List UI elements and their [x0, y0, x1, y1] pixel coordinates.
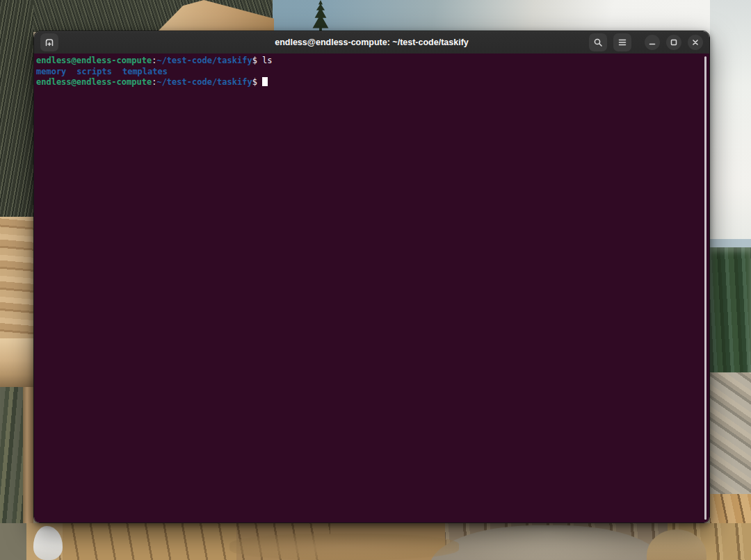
- prompt-symbol: $: [252, 77, 257, 87]
- terminal-line-prompt-current: endless@endless-compute:~/test-code/task…: [36, 77, 700, 88]
- maximize-icon: [669, 38, 679, 47]
- hamburger-menu-icon: [617, 37, 628, 48]
- ls-entry-memory: memory: [36, 67, 66, 76]
- prompt-path: ~/test-code/taskify: [156, 77, 252, 87]
- new-tab-button[interactable]: [40, 33, 58, 51]
- terminal-window: endless@endless-compute: ~/test-code/tas…: [33, 31, 710, 523]
- desktop: endless@endless-compute: ~/test-code/tas…: [0, 0, 751, 560]
- prompt-symbol: $: [252, 56, 257, 65]
- terminal-scrollbar[interactable]: [704, 56, 706, 520]
- wallpaper-dirt-patch: [229, 534, 459, 560]
- wallpaper-trees: [710, 247, 751, 372]
- minimize-button[interactable]: [645, 35, 660, 50]
- terminal-line-ls-output: memoryscriptstemplates: [36, 67, 700, 78]
- wallpaper-shingles-left: [0, 217, 33, 338]
- terminal-block-cursor: [262, 77, 268, 86]
- menu-button[interactable]: [613, 33, 631, 51]
- prompt-path: ~/test-code/taskify: [156, 56, 252, 65]
- search-button[interactable]: [589, 33, 607, 51]
- ls-entry-templates: templates: [122, 67, 168, 76]
- wallpaper-beam-left: [0, 338, 33, 387]
- window-titlebar[interactable]: endless@endless-compute: ~/test-code/tas…: [34, 31, 709, 53]
- close-icon: [691, 38, 700, 47]
- command-text: ls: [262, 56, 272, 65]
- search-icon: [592, 37, 604, 48]
- minimize-icon: [647, 38, 657, 47]
- close-button[interactable]: [688, 35, 703, 50]
- wallpaper-sky-right: [710, 0, 751, 247]
- ls-entry-scripts: scripts: [76, 67, 112, 76]
- wallpaper-post-left: [23, 387, 33, 536]
- new-tab-icon: [44, 37, 55, 48]
- terminal-screen[interactable]: endless@endless-compute:~/test-code/task…: [34, 53, 709, 522]
- wallpaper-rock-slope: [710, 372, 751, 494]
- window-title: endless@endless-compute: ~/test-code/tas…: [275, 31, 469, 53]
- prompt-user-host: endless@endless-compute: [36, 77, 152, 87]
- titlebar-controls: [589, 33, 703, 51]
- terminal-line-prompt-ls: endless@endless-compute:~/test-code/task…: [36, 56, 700, 67]
- prompt-user-host: endless@endless-compute: [36, 56, 152, 65]
- wallpaper-twigs-left: [0, 0, 33, 217]
- maximize-button[interactable]: [666, 35, 681, 50]
